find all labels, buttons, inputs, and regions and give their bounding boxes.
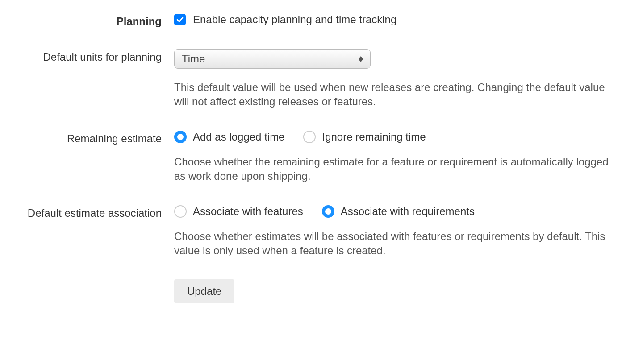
- radio-requirements[interactable]: [322, 205, 334, 218]
- settings-form: Planning Enable capacity planning and ti…: [9, 13, 617, 303]
- label-planning: Planning: [9, 13, 174, 28]
- estimate-association-option-requirements[interactable]: Associate with requirements: [322, 205, 475, 218]
- planning-checkbox[interactable]: [174, 14, 186, 25]
- planning-checkbox-wrap[interactable]: Enable capacity planning and time tracki…: [174, 13, 617, 26]
- default-units-help: This default value will be used when new…: [174, 80, 617, 109]
- check-icon: [176, 16, 184, 24]
- default-units-selected: Time: [182, 53, 205, 65]
- row-remaining-estimate: Remaining estimate Add as logged time Ig…: [9, 131, 617, 184]
- control-default-units: Time This default value will be used whe…: [174, 49, 617, 109]
- radio-features-label: Associate with features: [193, 205, 303, 218]
- row-planning: Planning Enable capacity planning and ti…: [9, 13, 617, 28]
- remaining-estimate-option-ignore[interactable]: Ignore remaining time: [303, 131, 426, 143]
- remaining-estimate-help: Choose whether the remaining estimate fo…: [174, 155, 617, 184]
- row-update: Update: [9, 279, 617, 303]
- radio-logged[interactable]: [174, 131, 187, 143]
- chevron-updown-icon: [359, 56, 363, 62]
- row-default-units: Default units for planning Time This def…: [9, 49, 617, 109]
- radio-logged-label: Add as logged time: [193, 131, 284, 143]
- label-remaining-estimate: Remaining estimate: [9, 131, 174, 145]
- radio-ignore-label: Ignore remaining time: [322, 131, 426, 143]
- update-button[interactable]: Update: [174, 279, 234, 303]
- remaining-estimate-radio-group: Add as logged time Ignore remaining time: [174, 131, 617, 143]
- row-default-estimate-association: Default estimate association Associate w…: [9, 205, 617, 258]
- planning-checkbox-label: Enable capacity planning and time tracki…: [193, 13, 396, 26]
- remaining-estimate-option-logged[interactable]: Add as logged time: [174, 131, 284, 143]
- label-default-estimate-association: Default estimate association: [9, 205, 174, 219]
- control-default-estimate-association: Associate with features Associate with r…: [174, 205, 617, 258]
- radio-features[interactable]: [174, 205, 187, 218]
- label-default-units: Default units for planning: [9, 49, 174, 63]
- default-estimate-association-radio-group: Associate with features Associate with r…: [174, 205, 617, 218]
- radio-ignore[interactable]: [303, 131, 316, 143]
- estimate-association-option-features[interactable]: Associate with features: [174, 205, 303, 218]
- control-update: Update: [174, 279, 617, 303]
- default-estimate-association-help: Choose whether estimates will be associa…: [174, 229, 617, 258]
- radio-requirements-label: Associate with requirements: [341, 205, 475, 218]
- label-update-spacer: [9, 279, 174, 281]
- default-units-select[interactable]: Time: [174, 49, 371, 69]
- control-planning: Enable capacity planning and time tracki…: [174, 13, 617, 26]
- control-remaining-estimate: Add as logged time Ignore remaining time…: [174, 131, 617, 184]
